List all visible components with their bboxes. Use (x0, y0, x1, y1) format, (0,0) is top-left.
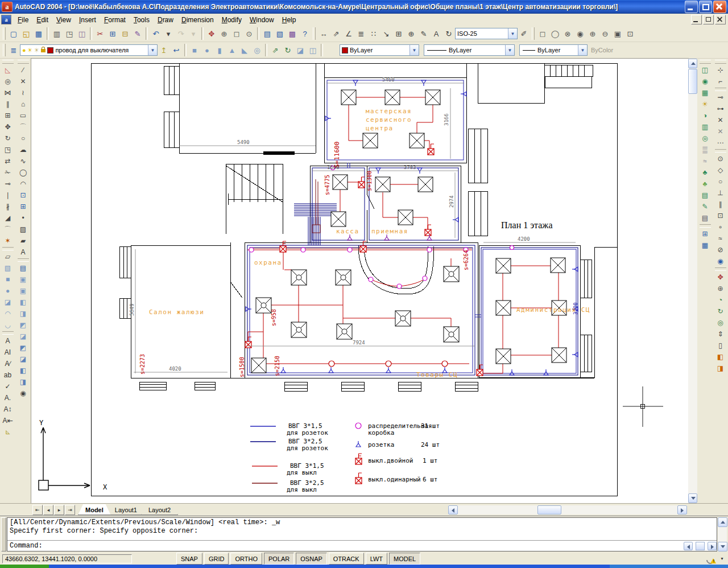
minimize-button[interactable] (685, 1, 698, 13)
solid-sphere-icon[interactable]: ● (201, 44, 213, 56)
rotate-icon[interactable]: ↻ (1, 133, 15, 144)
3d-swivel-icon[interactable]: ◎ (714, 317, 727, 328)
snap-from-icon[interactable]: ⌐ (714, 76, 727, 87)
osnap-settings-icon[interactable]: ◉ (714, 256, 727, 267)
snap-extension-icon[interactable]: ⋯ (714, 137, 727, 149)
snap-perpendicular-icon[interactable]: ⊥ (714, 187, 727, 199)
view-back-icon[interactable]: ◪ (16, 331, 30, 342)
toolbar-grip[interactable] (2, 60, 14, 64)
mesh-box-icon[interactable]: ◪ (1, 297, 15, 308)
view-left-icon[interactable]: ◧ (16, 297, 30, 308)
interfere-icon[interactable]: ◫ (307, 44, 319, 56)
dim-leader-icon[interactable]: ↘ (380, 27, 392, 40)
back-clip-icon[interactable]: ◨ (714, 363, 727, 374)
snap-none-icon[interactable]: ⊘ (714, 244, 727, 256)
materials-icon[interactable]: ◑ (698, 110, 712, 121)
publish-icon[interactable]: ◫ (76, 27, 88, 40)
tool-palettes-icon[interactable]: ▩ (286, 27, 299, 40)
extend-icon[interactable]: ⊸ (1, 178, 15, 190)
command-window-grip[interactable] (1, 517, 6, 551)
start-button[interactable] (0, 565, 49, 568)
dish-icon[interactable]: ◡ (1, 319, 15, 331)
chevron-down-icon[interactable]: ▼ (508, 28, 517, 39)
dim-continue-icon[interactable]: ∷ (367, 27, 380, 40)
scale-icon[interactable]: ◳ (1, 144, 15, 155)
layer-on-icon[interactable]: ● (22, 47, 26, 53)
3d-adjust-distance-icon[interactable]: ⇕ (714, 328, 727, 340)
temporary-track-point-icon[interactable]: ⊹ (714, 64, 727, 76)
mdi-minimize-button[interactable] (691, 15, 702, 24)
lwt-toggle[interactable]: LWT (366, 553, 387, 565)
designcenter-icon[interactable]: ▧ (274, 27, 286, 40)
find-replace-icon[interactable]: ab (1, 369, 15, 381)
solid-cone-icon[interactable]: ▲ (226, 44, 238, 56)
zoom-out-icon[interactable]: ⊖ (599, 27, 611, 40)
front-clip-icon[interactable]: ◧ (714, 351, 727, 363)
snap-midpoint-icon[interactable]: ⊶ (714, 103, 727, 114)
statistics-icon[interactable]: ▤ (698, 212, 712, 224)
chevron-down-icon[interactable]: ▼ (148, 45, 157, 55)
toolbar-grip[interactable] (700, 60, 711, 64)
status-tray-chevron-icon[interactable]: ▾ (718, 554, 726, 563)
view-right-icon[interactable]: ◨ (16, 308, 30, 319)
color-control-combo[interactable]: ByLayer ▼ (340, 44, 419, 56)
fog-icon[interactable]: ≈ (698, 155, 712, 167)
command-scroll-thumb[interactable] (696, 542, 705, 550)
ellipse-arc-icon[interactable]: ◠ (16, 178, 30, 190)
view-top-icon[interactable]: ▣ (16, 274, 30, 285)
solid-wedge-icon[interactable]: ◣ (238, 44, 251, 56)
scroll-down-icon[interactable] (718, 542, 727, 551)
spline-icon[interactable]: ∿ (16, 155, 30, 167)
hide-icon[interactable]: ◫ (698, 64, 712, 76)
chevron-down-icon[interactable]: ▼ (410, 45, 419, 55)
hatch-icon[interactable]: ▨ (16, 224, 30, 235)
lights-icon[interactable]: ☀ (698, 98, 712, 110)
scroll-left-icon[interactable] (448, 505, 458, 515)
snap-tangent-icon[interactable]: ○ (714, 176, 727, 187)
last-tab-icon[interactable]: ⇥ (65, 505, 75, 515)
break-at-point-icon[interactable]: ∣ (1, 190, 15, 201)
extrude-icon[interactable]: ⇗ (269, 44, 282, 56)
match-properties-icon[interactable]: ✎ (131, 27, 144, 40)
command-text-area[interactable]: [All/Center/Dynamic/Extents/Previous/Sca… (7, 517, 717, 551)
grid-toggle[interactable]: GRID (204, 553, 229, 565)
scenes-icon[interactable]: ▦ (698, 87, 712, 98)
menu-draw[interactable]: Draw (154, 15, 177, 25)
save-icon[interactable]: ▦ (32, 27, 45, 40)
array-icon[interactable]: ⊞ (1, 110, 15, 121)
toolbar-grip[interactable] (3, 27, 6, 40)
zoom-extents-icon[interactable]: ⊡ (624, 27, 636, 40)
zoom-previous-icon[interactable]: ⊙ (243, 27, 255, 40)
landscape-edit-icon[interactable]: ♣ (698, 178, 712, 190)
zoom-window-flyout-icon[interactable]: ◻ (230, 27, 243, 40)
cut-icon[interactable]: ✂ (94, 27, 106, 40)
next-tab-icon[interactable]: ▸ (54, 505, 64, 515)
model-toggle[interactable]: MODEL (389, 553, 420, 565)
3d-clip-icon[interactable]: ▯ (714, 340, 727, 351)
dim-style-combo[interactable]: ISO-25 ▼ (455, 28, 518, 39)
dim-baseline-icon[interactable]: ≣ (355, 27, 367, 40)
drawing-vertical-scrollbar[interactable] (688, 59, 697, 503)
layer-thaw-icon[interactable]: ☀ (27, 47, 33, 54)
communication-center-icon[interactable]: ! (706, 554, 716, 563)
slice-icon[interactable]: ◪ (294, 44, 307, 56)
close-button[interactable] (713, 1, 726, 13)
layer-vp-freeze-icon[interactable]: ☀ (34, 47, 40, 54)
arc-icon[interactable]: ⌒ (16, 121, 30, 133)
image-attach-icon[interactable]: ▦ (698, 240, 712, 251)
menu-window[interactable]: Window (246, 15, 278, 25)
mirror-icon[interactable]: ⋈ (1, 87, 15, 98)
chevron-down-icon[interactable]: ▼ (578, 45, 587, 55)
plot-icon[interactable]: ▥ (51, 27, 63, 40)
undo-icon[interactable]: ↶ (150, 27, 162, 40)
background-icon[interactable]: ▒ (698, 144, 712, 155)
snap-quadrant-icon[interactable]: ◇ (714, 164, 727, 176)
text-style-icon[interactable]: A. (1, 392, 15, 404)
drawing-canvas[interactable]: 5460 3166 5490 1608 3783 2974 5649 4020 … (31, 59, 688, 503)
dim-linear-icon[interactable]: ↔ (317, 27, 330, 40)
command-prompt[interactable]: Command: (10, 542, 43, 550)
snap-center-icon[interactable]: ⊙ (714, 153, 727, 164)
3d-pan-icon[interactable]: ✥ (714, 271, 727, 283)
draw-region-icon[interactable]: ▰ (16, 235, 30, 246)
snap-intersection-icon[interactable]: ✕ (714, 114, 727, 126)
